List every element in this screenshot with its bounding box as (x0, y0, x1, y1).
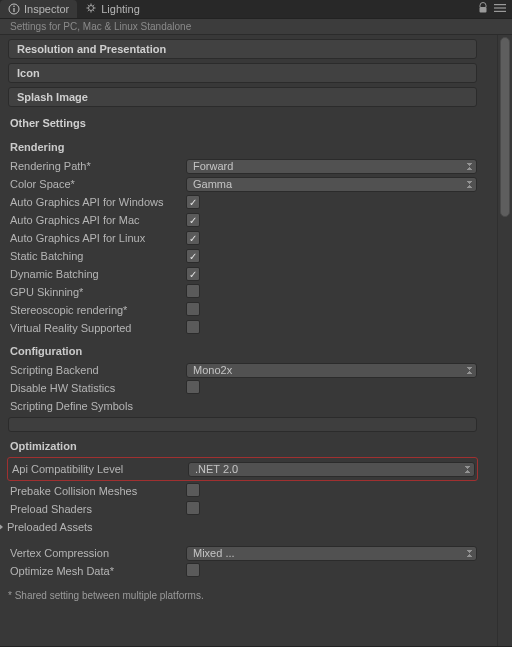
dynamic-batching-checkbox[interactable] (186, 267, 200, 281)
row-static-batching: Static Batching (8, 247, 477, 265)
tabbar-right (478, 0, 512, 18)
scrollbar-thumb[interactable] (500, 37, 510, 217)
auto-graphics-linux-checkbox[interactable] (186, 231, 200, 245)
info-icon (8, 3, 20, 15)
disable-hw-stats-checkbox[interactable] (186, 380, 200, 394)
row-auto-graphics-win: Auto Graphics API for Windows (8, 193, 477, 211)
label-dynamic-batching: Dynamic Batching (10, 268, 186, 280)
row-api-compat-highlight: Api Compatibility Level .NET 2.0 (7, 457, 478, 481)
rendering-path-dropdown[interactable]: Forward (186, 159, 477, 174)
label-optimize-mesh: Optimize Mesh Data* (10, 565, 186, 577)
row-optimize-mesh: Optimize Mesh Data* (8, 562, 477, 580)
label-preload-shaders: Preload Shaders (10, 503, 186, 515)
vertical-scrollbar[interactable] (497, 35, 512, 646)
section-resolution[interactable]: Resolution and Presentation (8, 39, 477, 59)
row-dynamic-batching: Dynamic Batching (8, 265, 477, 283)
label-prebake-collision: Prebake Collision Meshes (10, 485, 186, 497)
vertex-compression-dropdown[interactable]: Mixed ... (186, 546, 477, 561)
row-vertex-compression: Vertex Compression Mixed ... (8, 544, 477, 562)
api-compat-dropdown[interactable]: .NET 2.0 (188, 462, 475, 477)
row-auto-graphics-linux: Auto Graphics API for Linux (8, 229, 477, 247)
label-vr-supported: Virtual Reality Supported (10, 322, 186, 334)
section-splash[interactable]: Splash Image (8, 87, 477, 107)
label-rendering-path: Rendering Path* (10, 160, 186, 172)
section-other-heading[interactable]: Other Settings (8, 111, 477, 133)
inspector-window: Inspector Lighting Settings for PC, Mac … (0, 0, 512, 647)
preload-shaders-checkbox[interactable] (186, 501, 200, 515)
label-scripting-define: Scripting Define Symbols (10, 400, 186, 412)
row-auto-graphics-mac: Auto Graphics API for Mac (8, 211, 477, 229)
row-color-space: Color Space* Gamma (8, 175, 477, 193)
svg-line-8 (88, 5, 89, 6)
auto-graphics-win-checkbox[interactable] (186, 195, 200, 209)
label-color-space: Color Space* (10, 178, 186, 190)
svg-rect-15 (494, 11, 506, 12)
svg-rect-2 (13, 6, 14, 7)
row-gpu-skinning: GPU Skinning* (8, 283, 477, 301)
tab-lighting[interactable]: Lighting (77, 0, 148, 18)
configuration-heading: Configuration (8, 337, 477, 361)
svg-line-10 (93, 5, 94, 6)
settings-subtitle: Settings for PC, Mac & Linux Standalone (0, 19, 512, 35)
lighting-icon (85, 3, 97, 15)
row-preload-shaders: Preload Shaders (8, 500, 477, 518)
row-scripting-backend: Scripting Backend Mono2x (8, 361, 477, 379)
triangle-right-icon (0, 523, 3, 531)
section-icon[interactable]: Icon (8, 63, 477, 83)
svg-rect-1 (13, 8, 14, 12)
auto-graphics-mac-checkbox[interactable] (186, 213, 200, 227)
tab-inspector-label: Inspector (24, 3, 69, 15)
optimize-mesh-checkbox[interactable] (186, 563, 200, 577)
scripting-define-input[interactable] (8, 417, 477, 432)
row-stereoscopic: Stereoscopic rendering* (8, 301, 477, 319)
svg-rect-12 (480, 7, 487, 13)
inspector-body: Resolution and Presentation Icon Splash … (0, 35, 497, 646)
footnote: * Shared setting between multiple platfo… (8, 590, 477, 601)
label-disable-hw-stats: Disable HW Statistics (10, 382, 186, 394)
label-vertex-compression: Vertex Compression (10, 547, 186, 559)
stereoscopic-checkbox[interactable] (186, 302, 200, 316)
label-preloaded-assets: Preloaded Assets (7, 521, 93, 533)
row-vr-supported: Virtual Reality Supported (8, 319, 477, 337)
svg-line-9 (93, 10, 94, 11)
label-static-batching: Static Batching (10, 250, 186, 262)
panel-menu-icon[interactable] (494, 3, 506, 15)
color-space-dropdown[interactable]: Gamma (186, 177, 477, 192)
svg-line-11 (88, 10, 89, 11)
tab-inspector[interactable]: Inspector (0, 0, 77, 18)
row-scripting-define: Scripting Define Symbols (8, 397, 477, 415)
row-disable-hw-stats: Disable HW Statistics (8, 379, 477, 397)
svg-point-3 (89, 6, 94, 11)
label-auto-graphics-linux: Auto Graphics API for Linux (10, 232, 186, 244)
gpu-skinning-checkbox[interactable] (186, 284, 200, 298)
tab-lighting-label: Lighting (101, 3, 140, 15)
svg-rect-13 (494, 4, 506, 5)
tab-bar: Inspector Lighting (0, 0, 512, 19)
prebake-collision-checkbox[interactable] (186, 483, 200, 497)
scripting-backend-dropdown[interactable]: Mono2x (186, 363, 477, 378)
label-auto-graphics-win: Auto Graphics API for Windows (10, 196, 186, 208)
row-prebake-collision: Prebake Collision Meshes (8, 482, 477, 500)
label-api-compat: Api Compatibility Level (12, 463, 188, 475)
svg-rect-14 (494, 7, 506, 8)
optimization-heading: Optimization (8, 432, 477, 456)
preloaded-assets-foldout[interactable]: Preloaded Assets (0, 518, 477, 536)
vr-supported-checkbox[interactable] (186, 320, 200, 334)
lock-icon[interactable] (478, 2, 488, 16)
label-gpu-skinning: GPU Skinning* (10, 286, 186, 298)
label-auto-graphics-mac: Auto Graphics API for Mac (10, 214, 186, 226)
row-rendering-path: Rendering Path* Forward (8, 157, 477, 175)
label-stereoscopic: Stereoscopic rendering* (10, 304, 186, 316)
label-scripting-backend: Scripting Backend (10, 364, 186, 376)
rendering-heading: Rendering (8, 133, 477, 157)
row-api-compat: Api Compatibility Level .NET 2.0 (10, 460, 475, 478)
static-batching-checkbox[interactable] (186, 249, 200, 263)
